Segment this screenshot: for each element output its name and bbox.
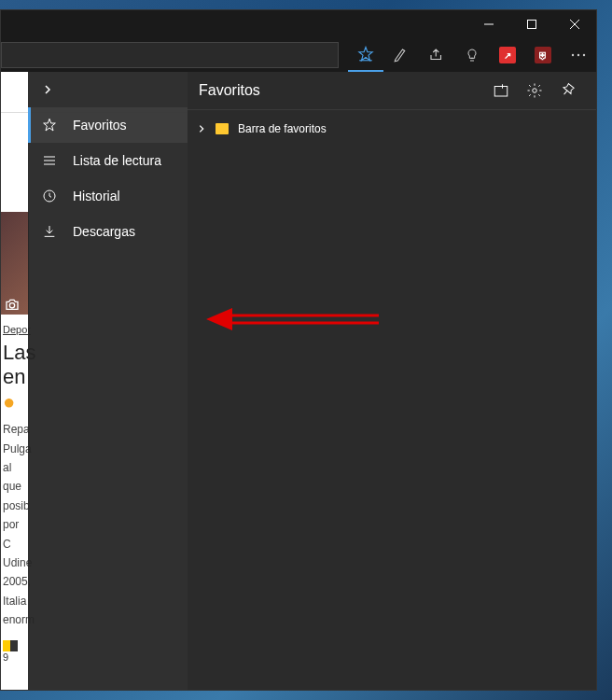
favorites-hub: Favoritos Lista de lectura Historial bbox=[28, 72, 596, 690]
maximize-button[interactable] bbox=[510, 10, 553, 38]
extension-2-icon[interactable]: ⛨ bbox=[525, 38, 561, 72]
close-button[interactable] bbox=[553, 10, 596, 38]
svg-point-8 bbox=[9, 303, 14, 308]
extension-1-icon[interactable]: ↗ bbox=[490, 38, 525, 72]
article-time: 9 bbox=[1, 631, 29, 669]
share-icon[interactable] bbox=[419, 38, 454, 72]
sidebar-item-label: Descargas bbox=[73, 224, 135, 239]
svg-point-7 bbox=[583, 54, 585, 56]
hub-header: Favoritos bbox=[188, 72, 596, 109]
tips-icon[interactable] bbox=[454, 38, 490, 72]
more-icon[interactable] bbox=[561, 38, 596, 72]
sidebar-item-downloads[interactable]: Descargas bbox=[28, 214, 188, 249]
toolbar: ↗ ⛨ bbox=[1, 38, 596, 72]
collapse-sidebar-button[interactable] bbox=[28, 72, 188, 107]
address-bar[interactable] bbox=[1, 42, 339, 68]
minimize-button[interactable] bbox=[467, 10, 510, 38]
download-icon bbox=[41, 224, 58, 239]
sidebar-item-label: Lista de lectura bbox=[73, 153, 161, 168]
pin-button[interactable] bbox=[551, 74, 585, 107]
sidebar-item-history[interactable]: Historial bbox=[28, 178, 188, 214]
favorites-bar-folder[interactable]: Barra de favoritos bbox=[188, 116, 596, 142]
camera-icon bbox=[5, 298, 20, 311]
svg-point-6 bbox=[577, 54, 579, 56]
svg-marker-17 bbox=[206, 308, 232, 330]
notes-icon[interactable] bbox=[383, 38, 419, 72]
sidebar-item-reading-list[interactable]: Lista de lectura bbox=[28, 143, 188, 178]
svg-point-14 bbox=[533, 89, 537, 93]
svg-rect-1 bbox=[528, 21, 536, 29]
article-body: Repa Pulga al que posib por C Udine 2005… bbox=[1, 418, 29, 631]
sidebar-item-label: Historial bbox=[73, 189, 120, 203]
folder-icon bbox=[216, 123, 229, 134]
settings-button[interactable] bbox=[518, 74, 551, 107]
hub-title: Favoritos bbox=[199, 82, 484, 99]
sidebar-item-favorites[interactable]: Favoritos bbox=[28, 107, 188, 143]
sidebar-item-label: Favoritos bbox=[73, 118, 127, 133]
article-tag[interactable]: Depor bbox=[1, 322, 29, 337]
article-headline: Las en ● bbox=[1, 337, 29, 418]
chevron-right-icon bbox=[197, 124, 206, 133]
history-icon bbox=[41, 189, 58, 203]
svg-point-5 bbox=[572, 54, 574, 56]
favorites-hub-icon[interactable] bbox=[348, 38, 383, 72]
hub-sidebar: Favoritos Lista de lectura Historial bbox=[28, 72, 188, 690]
article-image bbox=[1, 212, 29, 315]
svg-rect-13 bbox=[494, 87, 508, 97]
annotation-arrow bbox=[206, 306, 383, 334]
hub-main-panel: Favoritos Barra de favoritos bbox=[188, 72, 596, 690]
browser-window: ↗ ⛨ Depor Las en ● bbox=[0, 9, 597, 691]
folder-label: Barra de favoritos bbox=[238, 122, 327, 135]
favorites-list: Barra de favoritos bbox=[188, 109, 596, 690]
titlebar bbox=[1, 10, 596, 38]
add-folder-button[interactable] bbox=[484, 74, 518, 107]
list-icon bbox=[41, 153, 58, 168]
star-icon bbox=[41, 118, 58, 133]
